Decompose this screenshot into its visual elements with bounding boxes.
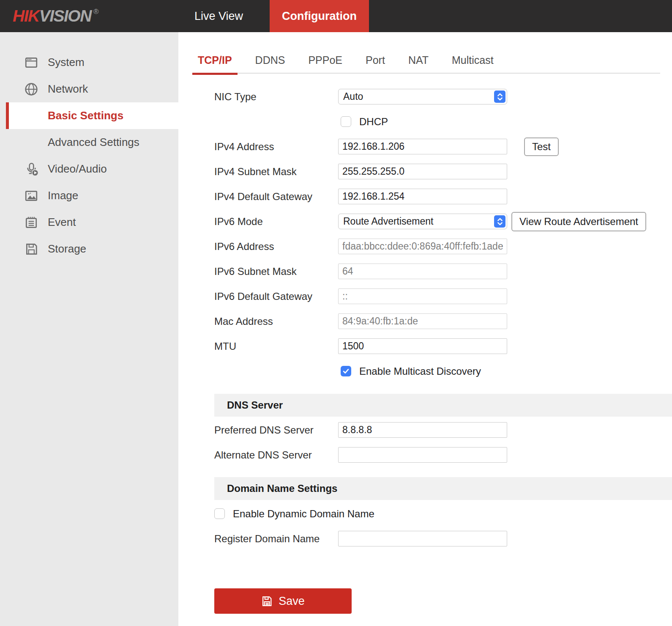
top-navigation: Live View Configuration [182,0,369,32]
sidebar-item-network[interactable]: Network [0,76,178,102]
nic-type-selected-value: Auto [343,91,363,102]
register-domain-name-label: Register Domain Name [214,533,338,545]
enable-dynamic-domain-name-row: Enable Dynamic Domain Name [214,501,672,526]
ipv4-address-row: IPv4 Address Test [214,134,672,159]
preferred-dns-input[interactable] [338,422,507,438]
sidebar-item-label: Video/Audio [48,162,107,176]
tab-multicast[interactable]: Multicast [446,47,499,73]
nic-type-label: NIC Type [214,91,338,103]
hikvision-logo: HIKVISION ® [13,0,98,32]
tcpip-settings-form: NIC Type Auto DHCP [214,84,672,614]
enable-multicast-discovery-label: Enable Multicast Discovery [359,365,481,377]
ipv6-mode-select[interactable]: Route Advertisement [338,214,507,229]
save-button-label: Save [279,595,305,608]
ipv6-default-gateway-input [338,288,507,304]
storage-icon [24,242,38,256]
domain-name-settings-section-title: Domain Name Settings [227,483,337,494]
sidebar-item-label: Network [48,82,88,96]
tab-ddns[interactable]: DDNS [250,47,291,73]
sidebar-item-event[interactable]: Event [0,209,178,236]
sidebar-item-image[interactable]: Image [0,182,178,209]
domain-name-settings-section-header: Domain Name Settings [214,477,672,500]
top-bar: HIKVISION ® Live View Configuration [0,0,672,32]
ipv6-subnet-mask-label: IPv6 Subnet Mask [214,266,338,277]
sidebar-item-label: Storage [48,242,86,255]
ipv4-address-input[interactable] [338,139,507,154]
ipv4-default-gateway-label: IPv4 Default Gateway [214,191,338,203]
mac-address-label: Mac Address [214,316,338,327]
ipv6-mode-label: IPv6 Mode [214,216,338,228]
event-icon [24,215,38,230]
nic-type-row: NIC Type Auto [214,84,672,109]
mtu-row: MTU [214,334,672,359]
ipv4-address-label: IPv4 Address [214,141,338,153]
system-icon [24,55,38,70]
settings-tab-bar: TCP/IP DDNS PPPoE Port NAT Multicast [192,47,660,74]
mtu-label: MTU [214,340,338,352]
dhcp-label: DHCP [359,116,388,128]
test-button[interactable]: Test [524,137,559,156]
dns-server-section-header: DNS Server [214,394,672,417]
registered-trademark-symbol: ® [93,8,99,16]
nav-configuration[interactable]: Configuration [270,0,369,32]
multicast-discovery-row: Enable Multicast Discovery [214,359,672,384]
sidebar-item-label: Image [48,189,78,202]
enable-dynamic-domain-name-checkbox[interactable] [214,508,225,519]
ipv4-default-gateway-input[interactable] [338,189,507,204]
ipv6-subnet-mask-input [338,264,507,279]
ipv6-mode-selected-value: Route Advertisement [343,216,434,227]
image-icon [24,189,38,203]
preferred-dns-label: Preferred DNS Server [214,424,338,436]
ipv6-address-input [338,239,507,254]
register-domain-name-input[interactable] [338,531,507,546]
select-stepper-icon [494,91,505,103]
sidebar-item-label: Event [48,216,76,229]
mac-address-input [338,313,507,329]
mac-address-row: Mac Address [214,309,672,334]
nav-live-view[interactable]: Live View [182,0,256,32]
alternate-dns-input[interactable] [338,447,507,463]
tab-pppoe[interactable]: PPPoE [303,47,348,73]
sidebar-item-label: Advanced Settings [48,136,139,149]
sidebar: System Network Basic Settings Advanced S… [0,32,178,626]
register-domain-name-row: Register Domain Name [214,526,672,551]
tab-tcp-ip[interactable]: TCP/IP [192,47,238,73]
alternate-dns-row: Alternate DNS Server [214,442,672,467]
ipv4-subnet-mask-input[interactable] [338,164,507,179]
sidebar-item-advanced-settings[interactable]: Advanced Settings [0,129,178,156]
dhcp-checkbox[interactable] [341,116,351,127]
preferred-dns-row: Preferred DNS Server [214,417,672,442]
save-icon [261,596,273,607]
enable-dynamic-domain-name-label: Enable Dynamic Domain Name [233,508,374,520]
ipv4-default-gateway-row: IPv4 Default Gateway [214,184,672,209]
main-content: TCP/IP DDNS PPPoE Port NAT Multicast NIC… [178,32,672,626]
dns-server-section-title: DNS Server [227,399,283,411]
save-button[interactable]: Save [214,588,352,614]
ipv6-default-gateway-label: IPv6 Default Gateway [214,291,338,302]
sidebar-item-label: System [48,56,85,69]
dhcp-row: DHCP [214,109,672,134]
tab-port[interactable]: Port [360,47,391,73]
sidebar-item-system[interactable]: System [0,49,178,76]
network-icon [24,82,38,96]
ipv6-subnet-mask-row: IPv6 Subnet Mask [214,259,672,284]
alternate-dns-label: Alternate DNS Server [214,449,338,461]
sidebar-item-video-audio[interactable]: Video/Audio [0,156,178,182]
checkmark-icon [341,367,350,376]
logo-hik-text: HIK [13,7,39,25]
sidebar-item-storage[interactable]: Storage [0,236,178,262]
tab-nat[interactable]: NAT [403,47,434,73]
mtu-input[interactable] [338,338,507,354]
view-route-advertisement-button[interactable]: View Route Advertisement [511,212,646,231]
ipv6-mode-row: IPv6 Mode Route Advertisement View Route… [214,209,672,234]
ipv4-subnet-mask-row: IPv4 Subnet Mask [214,159,672,184]
ipv6-address-row: IPv6 Address [214,234,672,259]
ipv4-subnet-mask-label: IPv4 Subnet Mask [214,166,338,178]
enable-multicast-discovery-checkbox[interactable] [341,366,351,376]
ipv6-default-gateway-row: IPv6 Default Gateway [214,284,672,309]
sidebar-item-basic-settings[interactable]: Basic Settings [6,102,178,129]
sidebar-item-label: Basic Settings [48,109,123,122]
select-stepper-icon [494,215,505,228]
ipv6-address-label: IPv6 Address [214,241,338,253]
nic-type-select[interactable]: Auto [338,89,507,104]
